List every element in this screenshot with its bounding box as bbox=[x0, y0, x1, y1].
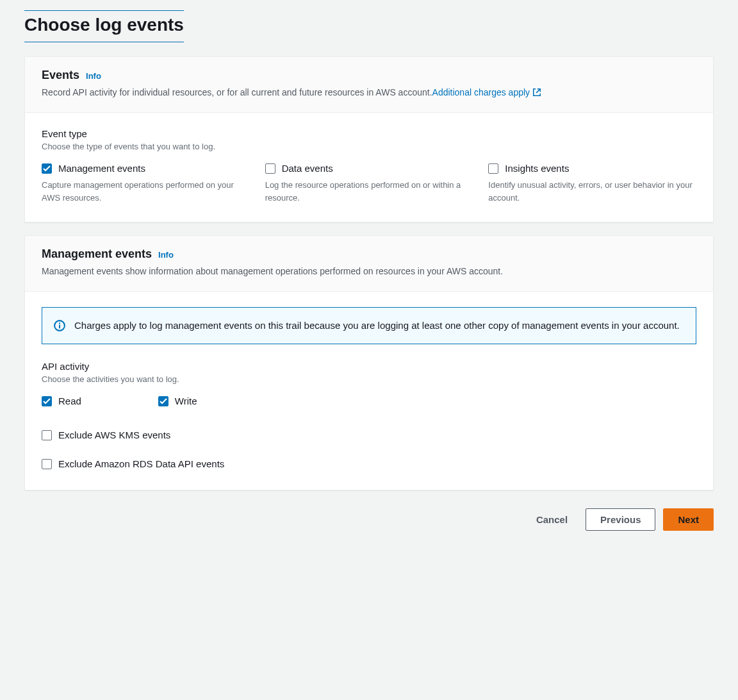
events-panel-title: Events bbox=[42, 69, 79, 82]
checkbox-label: Data events bbox=[282, 163, 333, 174]
management-info-link[interactable]: Info bbox=[158, 250, 174, 260]
page-title: Choose log events bbox=[24, 10, 184, 42]
events-info-link[interactable]: Info bbox=[86, 71, 101, 81]
checkbox-write[interactable] bbox=[158, 396, 168, 406]
checkbox-exclude-rds[interactable] bbox=[42, 459, 52, 469]
checkbox-read[interactable] bbox=[42, 396, 52, 406]
management-events-panel: Management events Info Management events… bbox=[24, 235, 714, 490]
checkbox-management-events[interactable] bbox=[42, 163, 52, 174]
svg-rect-2 bbox=[59, 322, 60, 324]
charges-alert-text: Charges apply to log management events o… bbox=[74, 318, 680, 333]
checkbox-label: Exclude AWS KMS events bbox=[58, 429, 170, 440]
event-type-hint: Choose the type of events that you want … bbox=[42, 142, 696, 151]
event-type-desc: Log the resource operations performed on… bbox=[265, 179, 473, 204]
next-button[interactable]: Next bbox=[663, 508, 714, 531]
external-icon bbox=[532, 87, 541, 96]
event-type-desc: Capture management operations performed … bbox=[42, 179, 250, 204]
api-activity-label: API activity bbox=[42, 361, 696, 372]
management-panel-title: Management events bbox=[42, 247, 152, 261]
management-panel-description: Management events show information about… bbox=[42, 265, 696, 278]
footer-actions: Cancel Previous Next bbox=[24, 508, 714, 531]
checkbox-label: Exclude Amazon RDS Data API events bbox=[58, 458, 224, 469]
checkbox-label: Read bbox=[58, 396, 81, 406]
checkbox-exclude-kms[interactable] bbox=[42, 430, 52, 440]
checkbox-insights-events[interactable] bbox=[488, 163, 498, 174]
checkbox-label: Write bbox=[175, 396, 197, 406]
event-type-insights: Insights events Identify unusual activit… bbox=[488, 163, 696, 204]
checkbox-label: Insights events bbox=[505, 163, 569, 174]
svg-rect-1 bbox=[59, 325, 60, 329]
event-type-label: Event type bbox=[42, 128, 696, 139]
api-activity-hint: Choose the activities you want to log. bbox=[42, 374, 696, 384]
events-panel-description: Record API activity for individual resou… bbox=[42, 87, 432, 97]
checkbox-label: Management events bbox=[58, 163, 145, 174]
previous-button[interactable]: Previous bbox=[586, 508, 655, 531]
cancel-button[interactable]: Cancel bbox=[526, 508, 578, 531]
charges-alert: Charges apply to log management events o… bbox=[42, 307, 696, 344]
event-type-data: Data events Log the resource operations … bbox=[265, 163, 473, 204]
events-panel: Events Info Record API activity for indi… bbox=[24, 56, 714, 222]
event-type-desc: Identify unusual activity, errors, or us… bbox=[488, 179, 696, 204]
event-type-management: Management events Capture management ope… bbox=[42, 163, 250, 204]
checkbox-data-events[interactable] bbox=[265, 163, 275, 174]
info-icon bbox=[54, 320, 65, 331]
additional-charges-link[interactable]: Additional charges apply bbox=[432, 87, 542, 97]
